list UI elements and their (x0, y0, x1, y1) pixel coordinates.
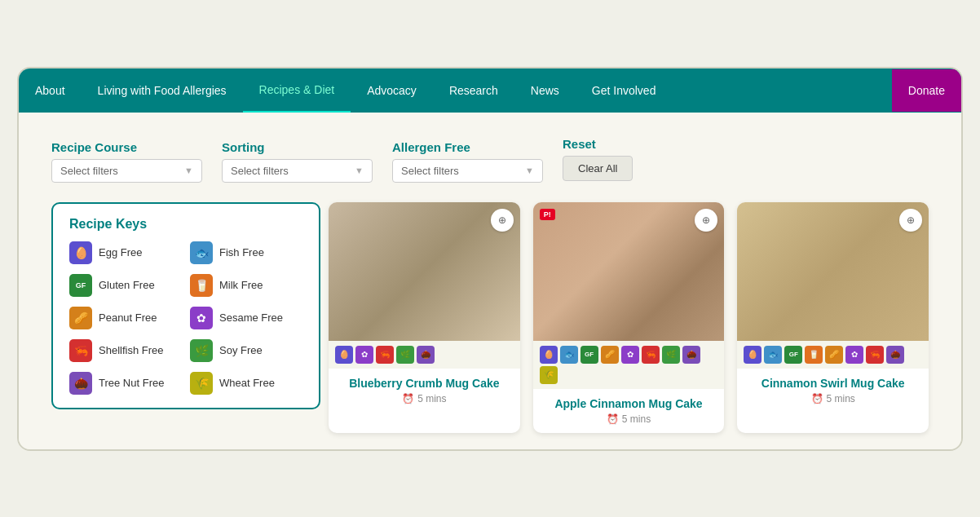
badge-sesame-free: ✿ (621, 346, 639, 364)
peanut-free-icon: 🥜 (69, 307, 92, 329)
allergen-free-placeholder: Select filters (401, 165, 459, 177)
recipe-course-select[interactable]: Select filters ▼ (51, 159, 202, 183)
badge-milk-free: 🥛 (805, 346, 823, 364)
save-button-apple[interactable]: ⊕ (695, 209, 717, 232)
nav-get-involved[interactable]: Get Involved (576, 69, 673, 112)
time-value-apple: 5 mins (622, 413, 651, 425)
pinterest-icon[interactable]: P! (540, 209, 555, 220)
fish-free-icon: 🐟 (190, 241, 213, 264)
card-image-blueberry: ⊕ (329, 202, 520, 341)
save-button-cinnamon[interactable]: ⊕ (899, 209, 922, 232)
clock-icon: ⏰ (811, 393, 823, 404)
milk-free-label: Milk Free (219, 279, 263, 291)
milk-free-icon: 🥛 (190, 274, 213, 297)
card-info-cinnamon: Cinnamon Swirl Mug Cake ⏰ 5 mins (737, 369, 929, 413)
reset-group: Reset Clear All (563, 137, 633, 183)
chevron-down-icon: ▼ (525, 166, 534, 175)
peanut-free-label: Peanut Free (99, 312, 157, 324)
recipe-course-filter: Recipe Course Select filters ▼ (51, 140, 202, 183)
card-image-cinnamon: ⊕ (737, 202, 929, 341)
filters-row: Recipe Course Select filters ▼ Sorting S… (51, 137, 929, 183)
key-peanut-free: 🥜 Peanut Free (69, 307, 182, 329)
cards-section: Recipe Keys 🥚 Egg Free 🐟 Fish Free GF (51, 202, 929, 433)
key-wheat-free: 🌾 Wheat Free (190, 372, 302, 395)
badge-wheat-free: 🌾 (540, 366, 558, 384)
card-title-blueberry[interactable]: Blueberry Crumb Mug Cake (338, 377, 510, 390)
key-sesame-free: ✿ Sesame Free (190, 307, 302, 329)
save-button-blueberry[interactable]: ⊕ (491, 209, 514, 232)
key-egg-free: 🥚 Egg Free (69, 241, 182, 264)
badge-sesame-free: ✿ (845, 346, 863, 364)
nav-news[interactable]: News (514, 69, 576, 112)
shellfish-free-icon: 🦐 (69, 339, 92, 362)
badge-fish-free: 🐟 (560, 346, 578, 364)
clear-all-button[interactable]: Clear All (563, 156, 633, 181)
egg-free-icon: 🥚 (69, 241, 92, 264)
card-badges-cinnamon: 🥚 🐟 GF 🥛 🥜 ✿ 🦐 🌰 (737, 341, 929, 369)
card-cinnamon: ⊕ 🥚 🐟 GF 🥛 🥜 ✿ 🦐 🌰 Cinnamon Swirl Mug Ca… (737, 202, 929, 433)
card-blueberry: ⊕ 🥚 ✿ 🦐 🌿 🌰 Blueberry Crumb Mug Cake ⏰ (329, 202, 520, 433)
card-info-blueberry: Blueberry Crumb Mug Cake ⏰ 5 mins (329, 369, 520, 413)
time-value-cinnamon: 5 mins (827, 393, 855, 404)
nav-about[interactable]: About (19, 69, 82, 112)
sorting-filter: Sorting Select filters ▼ (222, 140, 373, 183)
nav-advocacy[interactable]: Advocacy (351, 69, 433, 112)
time-value-blueberry: 5 mins (417, 393, 446, 404)
badge-soy-free: 🌿 (396, 346, 414, 364)
card-time-blueberry: ⏰ 5 mins (338, 393, 510, 404)
gluten-free-icon: GF (69, 274, 92, 297)
recipe-course-placeholder: Select filters (60, 165, 118, 177)
badge-fish-free: 🐟 (764, 346, 782, 364)
card-title-cinnamon[interactable]: Cinnamon Swirl Mug Cake (747, 377, 919, 390)
recipe-keys-panel: Recipe Keys 🥚 Egg Free 🐟 Fish Free GF (51, 202, 320, 409)
wheat-free-icon: 🌾 (190, 372, 213, 395)
nav-living[interactable]: Living with Food Allergies (82, 69, 243, 112)
badge-shellfish-free: 🦐 (376, 346, 394, 364)
navigation: About Living with Food Allergies Recipes… (19, 68, 961, 113)
badge-egg-free: 🥚 (335, 346, 353, 364)
badge-tree-nut-free: 🌰 (682, 346, 700, 364)
reset-label: Reset (563, 137, 633, 151)
key-fish-free: 🐟 Fish Free (190, 241, 302, 264)
sorting-label: Sorting (222, 140, 373, 154)
allergen-free-select[interactable]: Select filters ▼ (392, 159, 543, 183)
key-gluten-free: GF Gluten Free (69, 274, 182, 297)
soy-free-icon: 🌿 (190, 339, 213, 362)
chevron-down-icon: ▼ (184, 166, 193, 175)
card-info-apple: Apple Cinnamon Mug Cake ⏰ 5 mins (533, 389, 725, 433)
card-badges-blueberry: 🥚 ✿ 🦐 🌿 🌰 (329, 341, 520, 369)
nav-donate[interactable]: Donate (892, 69, 961, 112)
badge-egg-free: 🥚 (540, 346, 558, 364)
nav-recipes[interactable]: Recipes & Diet (243, 68, 351, 113)
card-badges-apple: 🥚 🐟 GF 🥜 ✿ 🦐 🌿 🌰 🌾 (533, 341, 725, 389)
badge-egg-free: 🥚 (744, 346, 761, 364)
soy-free-label: Soy Free (219, 344, 263, 356)
card-time-cinnamon: ⏰ 5 mins (747, 393, 919, 404)
badge-tree-nut-free: 🌰 (886, 346, 904, 364)
sesame-free-label: Sesame Free (219, 312, 283, 324)
badge-soy-free: 🌿 (662, 346, 680, 364)
tree-nut-free-label: Tree Nut Free (99, 377, 164, 389)
nav-research[interactable]: Research (433, 69, 514, 112)
badge-tree-nut-free: 🌰 (417, 346, 435, 364)
allergen-free-filter: Allergen Free Select filters ▼ (392, 140, 543, 183)
sorting-placeholder: Select filters (231, 165, 289, 177)
card-image-apple: P! ⊕ (533, 202, 725, 341)
shellfish-free-label: Shellfish Free (99, 344, 163, 356)
badge-peanut-free: 🥜 (825, 346, 843, 364)
card-title-apple[interactable]: Apple Cinnamon Mug Cake (543, 397, 715, 410)
key-milk-free: 🥛 Milk Free (190, 274, 302, 297)
wheat-free-label: Wheat Free (219, 377, 275, 389)
fish-free-label: Fish Free (219, 246, 264, 258)
sorting-select[interactable]: Select filters ▼ (222, 159, 373, 183)
badge-shellfish-free: 🦐 (642, 346, 660, 364)
badge-gluten-free: GF (784, 346, 802, 364)
badge-peanut-free: 🥜 (601, 346, 619, 364)
clock-icon: ⏰ (402, 393, 414, 404)
egg-free-label: Egg Free (99, 246, 142, 258)
badge-gluten-free: GF (580, 346, 598, 364)
allergen-free-label: Allergen Free (392, 140, 543, 154)
key-soy-free: 🌿 Soy Free (190, 339, 302, 362)
badge-shellfish-free: 🦐 (866, 346, 884, 364)
key-tree-nut-free: 🌰 Tree Nut Free (69, 372, 182, 395)
